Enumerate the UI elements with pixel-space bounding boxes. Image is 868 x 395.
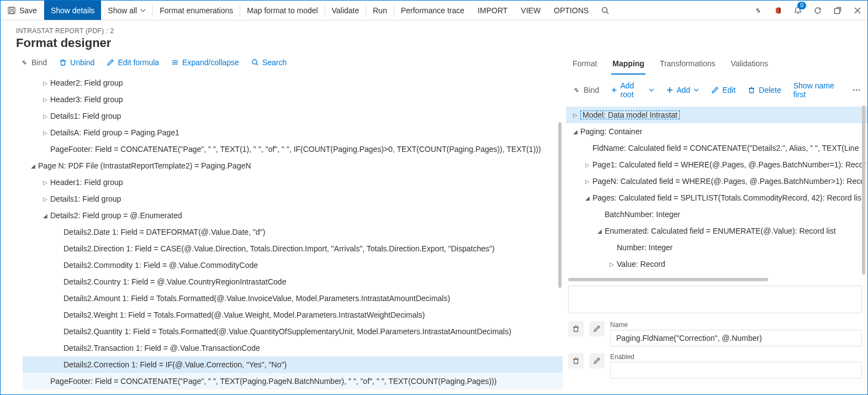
validate-button[interactable]: Validate: [325, 1, 366, 20]
chevron-down-icon: [140, 8, 146, 13]
mapping-node[interactable]: ◢Pages: Calculated field = SPLITLIST(Tot…: [566, 189, 867, 206]
bind-button[interactable]: Bind: [16, 56, 51, 69]
horizontal-scrollbar[interactable]: [568, 277, 862, 282]
show-details-button[interactable]: Show details: [44, 1, 101, 20]
tree-node[interactable]: ▷Details2.Date 1: Field = DATEFORMAT(@.V…: [23, 224, 563, 240]
vertical-scrollbar[interactable]: [861, 106, 866, 275]
tree-node[interactable]: ▷Header3: Field group: [23, 91, 563, 108]
mapping-node[interactable]: ▷Page1: Calculated field = WHERE(@.Pages…: [566, 156, 867, 173]
tree-node[interactable]: ▷Header1: Field group: [23, 174, 563, 191]
tab-mapping[interactable]: Mapping: [611, 56, 645, 75]
options-button[interactable]: OPTIONS: [547, 1, 595, 20]
collapse-icon[interactable]: ◢: [583, 195, 592, 201]
import-button[interactable]: IMPORT: [471, 1, 514, 20]
mapping-node[interactable]: ◢Enumerated: Calculated field = ENUMERAT…: [566, 223, 867, 239]
collapse-icon[interactable]: ◢: [40, 213, 50, 219]
link-icon[interactable]: [748, 1, 768, 20]
mapping-tree-container: ▷Model: Data model Intrastat ◢Paging: Co…: [563, 106, 867, 275]
enabled-field[interactable]: [610, 362, 862, 378]
expand-icon[interactable]: ▷: [40, 180, 50, 186]
run-button[interactable]: Run: [366, 1, 394, 20]
collapse-icon[interactable]: ◢: [28, 163, 38, 169]
tree-node[interactable]: ▷Details2.Amount 1: Field = Totals.Forma…: [23, 290, 563, 307]
tree-node[interactable]: ▷Details1: Field group: [23, 108, 563, 124]
collapse-icon[interactable]: ◢: [570, 129, 580, 135]
expand-icon[interactable]: ▷: [40, 80, 50, 86]
property-label: Name: [610, 321, 862, 329]
tree-node[interactable]: ▷DetailsA: Field group = Paging.Page1: [23, 124, 563, 141]
expand-icon[interactable]: ▷: [40, 113, 50, 119]
edit-formula-button[interactable]: Edit formula: [102, 56, 163, 69]
tree-node[interactable]: ▷Details2.Quantity 1: Field = Totals.For…: [23, 323, 563, 340]
tree-node[interactable]: ▷PageFooter: Field = CONCATENATE("Page",…: [23, 373, 563, 389]
bind-button-right[interactable]: Bind: [568, 83, 604, 97]
mapping-node[interactable]: ▷PageN: Calculated field = WHERE(@.Pages…: [566, 173, 867, 189]
mapping-node[interactable]: ▷BatchNumber: Integer: [566, 206, 867, 223]
name-field[interactable]: Paging.FldName("Correction", @.Number): [610, 330, 862, 346]
tree-node[interactable]: ◢Details2: Field group = @.Enumerated: [23, 207, 563, 224]
tree-node[interactable]: ▷Details2.Transaction 1: Field = @.Value…: [23, 340, 563, 356]
vertical-scrollbar[interactable]: [557, 72, 563, 389]
delete-button[interactable]: Delete: [743, 83, 785, 97]
edit-property-button[interactable]: [589, 321, 605, 336]
expand-icon[interactable]: ▷: [40, 97, 50, 103]
map-format-button[interactable]: Map format to model: [240, 1, 324, 20]
expand-icon[interactable]: ▷: [570, 112, 580, 118]
pencil-icon: [593, 325, 601, 333]
mapping-node[interactable]: ▷FldName: Calculated field = CONCATENATE…: [566, 140, 867, 156]
tab-transformations[interactable]: Transformations: [659, 56, 717, 75]
add-button[interactable]: Add: [662, 83, 703, 97]
tab-format[interactable]: Format: [571, 56, 598, 75]
expand-icon[interactable]: ▷: [607, 261, 617, 267]
expand-icon[interactable]: ▷: [583, 162, 592, 168]
refresh-button[interactable]: [808, 1, 828, 20]
tree-node[interactable]: ◢Page N: PDF File (IntrastatReportTempla…: [23, 157, 563, 174]
close-button[interactable]: [848, 1, 867, 20]
mapping-node[interactable]: ▷Value: Record: [566, 256, 867, 272]
tree-node[interactable]: ▷Details2.Country 1: Field = @.Value.Cou…: [23, 273, 563, 290]
link-icon: [573, 86, 580, 94]
trash-icon: [59, 59, 67, 66]
tree-node[interactable]: ▷Details2.Direction 1: Field = CASE(@.Va…: [23, 240, 563, 257]
tree-node[interactable]: ▷Details1: Field group: [23, 191, 563, 207]
format-tree[interactable]: ▷Header2: Field group ▷Header3: Field gr…: [1, 72, 563, 394]
mapping-node-selected[interactable]: ▷Model: Data model Intrastat: [566, 107, 867, 123]
tree-node-selected[interactable]: ▷Details2.Correction 1: Field = IF(@.Val…: [23, 356, 563, 373]
view-button[interactable]: VIEW: [514, 1, 547, 20]
show-name-first-button[interactable]: Show name first: [789, 79, 848, 101]
save-button[interactable]: Save: [1, 1, 44, 20]
delete-property-button[interactable]: [568, 353, 584, 368]
svg-rect-5: [835, 8, 840, 13]
edit-property-button[interactable]: [589, 353, 605, 368]
tree-node[interactable]: ▷PageFooter: Field = CONCATENATE("Page",…: [23, 141, 563, 157]
mapping-node[interactable]: ◢Paging: Container: [566, 123, 867, 140]
svg-point-19: [853, 89, 855, 91]
mapping-node[interactable]: ▷Number: Integer: [566, 239, 867, 256]
unbind-button[interactable]: Unbind: [55, 56, 99, 69]
format-tree-container: ▷Header2: Field group ▷Header3: Field gr…: [1, 72, 563, 394]
performance-trace-button[interactable]: Performance trace: [394, 1, 471, 20]
tab-validations[interactable]: Validations: [730, 56, 769, 75]
office-icon[interactable]: [768, 1, 788, 20]
expand-collapse-button[interactable]: Expand/collapse: [167, 56, 244, 69]
expand-icon[interactable]: ▷: [40, 130, 50, 136]
search-button[interactable]: [595, 1, 615, 20]
svg-line-4: [607, 12, 609, 14]
more-button[interactable]: [851, 83, 862, 97]
edit-button[interactable]: Edit: [707, 83, 740, 97]
popout-button[interactable]: [828, 1, 848, 20]
notifications-button[interactable]: 0: [788, 1, 808, 20]
mapping-tree[interactable]: ▷Model: Data model Intrastat ◢Paging: Co…: [563, 106, 867, 275]
expand-icon[interactable]: ▷: [40, 196, 50, 202]
tree-node[interactable]: ▷Details2.Commodity 1: Field = @.Value.C…: [23, 257, 563, 273]
show-all-button[interactable]: Show all: [101, 1, 152, 20]
format-enumerations-button[interactable]: Format enumerations: [153, 1, 240, 20]
tree-node[interactable]: ▷Details2.Weight 1: Field = Totals.Forma…: [23, 307, 563, 323]
tree-node[interactable]: ▷Header2: Field group: [23, 75, 563, 91]
search-button-left[interactable]: Search: [247, 56, 291, 69]
delete-property-button[interactable]: [568, 321, 584, 336]
svg-point-21: [859, 89, 860, 91]
collapse-icon[interactable]: ◢: [595, 228, 605, 234]
add-root-button[interactable]: Add root: [607, 79, 659, 101]
expand-icon[interactable]: ▷: [583, 178, 592, 185]
